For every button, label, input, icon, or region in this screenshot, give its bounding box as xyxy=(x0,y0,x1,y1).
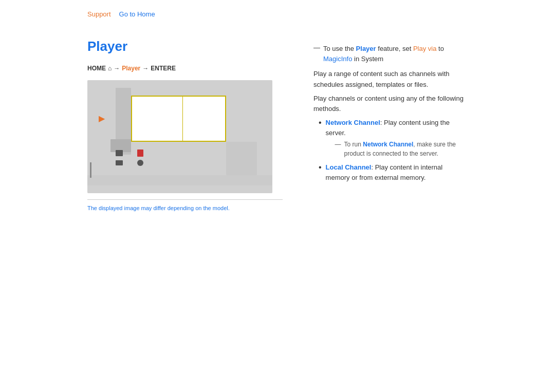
note-player: Player xyxy=(356,45,376,52)
local-channel-label: Local Channel xyxy=(326,163,372,171)
img-icons-row2 xyxy=(116,160,143,166)
img-icons-row1 xyxy=(116,150,143,157)
img-inner-divider xyxy=(182,96,183,142)
img-icon-circle xyxy=(137,160,143,166)
image-caption: The displayed image may differ depending… xyxy=(87,199,283,212)
note-middle: feature, set xyxy=(376,45,413,52)
bullet-content-2: Local Channel: Play content in internal … xyxy=(326,162,468,182)
sub-note-text: To run Network Channel, make sure the pr… xyxy=(344,140,468,158)
note-to: to xyxy=(436,45,443,52)
caption-text: The displayed image may differ depending… xyxy=(87,205,230,211)
breadcrumb: HOME ⌂ → Player → ENTERE xyxy=(87,65,283,72)
img-icon-red xyxy=(137,150,143,157)
note-line: ― To use the Player feature, set Play vi… xyxy=(313,44,468,64)
desc-para-2: Play channels or content using any of th… xyxy=(313,94,468,115)
play-icon: ▶ xyxy=(99,114,105,123)
bullet-dot-2: • xyxy=(319,162,322,172)
note-play-via: Play via xyxy=(413,45,437,52)
right-panel: ― To use the Player feature, set Play vi… xyxy=(313,39,468,212)
home-icon: ⌂ xyxy=(108,65,112,72)
bullet-dot-1: • xyxy=(319,118,322,127)
img-icon-2 xyxy=(116,160,123,165)
note-text: To use the Player feature, set Play via … xyxy=(323,44,468,64)
player-screenshot: ▶ xyxy=(87,80,272,193)
list-item-network: • Network Channel: Play content using th… xyxy=(319,118,468,158)
list-item-local: • Local Channel: Play content in interna… xyxy=(319,162,468,182)
left-panel: Player HOME ⌂ → Player → ENTERE ▶ xyxy=(87,39,283,212)
img-text-bar xyxy=(87,175,272,185)
sub-network-channel: Network Channel xyxy=(363,141,413,148)
note-magicinfo: MagicInfo xyxy=(323,55,352,63)
sub-note-prefix: To run xyxy=(344,141,363,148)
breadcrumb-arrow2: → xyxy=(142,65,149,72)
breadcrumb-arrow1: → xyxy=(114,65,120,72)
page-title: Player xyxy=(87,39,283,54)
img-icon-1 xyxy=(116,150,123,156)
bullet-content-1: Network Channel: Play content using the … xyxy=(326,118,468,158)
note-prefix: To use the xyxy=(323,45,356,52)
desc-para-1: Play a range of content such as channels… xyxy=(313,69,468,90)
note-dash: ― xyxy=(313,44,320,51)
sub-note-dash: ― xyxy=(335,140,341,149)
breadcrumb-home: HOME xyxy=(87,65,106,72)
img-vertical-bar xyxy=(90,162,91,178)
img-inner-box xyxy=(131,96,226,142)
network-channel-label: Network Channel xyxy=(326,119,380,126)
support-link[interactable]: Support xyxy=(87,10,111,18)
methods-list: • Network Channel: Play content using th… xyxy=(319,118,468,182)
img-right-panel xyxy=(226,142,257,175)
top-navigation: Support Go to Home xyxy=(0,0,555,28)
note-suffix: in System xyxy=(352,55,383,63)
breadcrumb-player: Player xyxy=(122,65,140,72)
sub-note-network: ― To run Network Channel, make sure the … xyxy=(335,140,468,158)
main-content: Player HOME ⌂ → Player → ENTERE ▶ xyxy=(0,28,555,222)
breadcrumb-enter: ENTERE xyxy=(151,65,176,72)
go-to-home-link[interactable]: Go to Home xyxy=(119,10,155,18)
